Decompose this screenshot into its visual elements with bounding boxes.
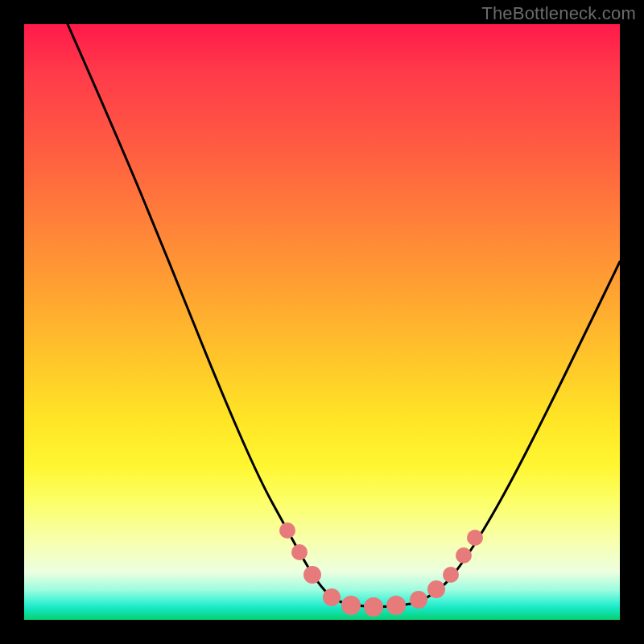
curve-marker-dot xyxy=(364,597,383,617)
curve-marker-dot xyxy=(291,544,308,560)
curve-marker-dot xyxy=(279,522,295,539)
curve-marker-dot xyxy=(341,596,361,615)
curve-marker-dot xyxy=(443,567,459,583)
curve-marker-dot xyxy=(303,566,321,584)
curve-marker-dot xyxy=(456,547,472,564)
curve-marker-dot xyxy=(427,580,445,598)
curve-marker-dot xyxy=(323,588,341,606)
curve-marker-layer xyxy=(24,24,620,620)
watermark-text: TheBottleneck.com xyxy=(481,3,636,24)
curve-marker-dot xyxy=(410,591,427,609)
curve-marker-dot xyxy=(386,596,406,615)
curve-marker-dot xyxy=(467,530,483,546)
plot-area xyxy=(24,24,620,620)
chart-frame: TheBottleneck.com xyxy=(0,0,644,644)
